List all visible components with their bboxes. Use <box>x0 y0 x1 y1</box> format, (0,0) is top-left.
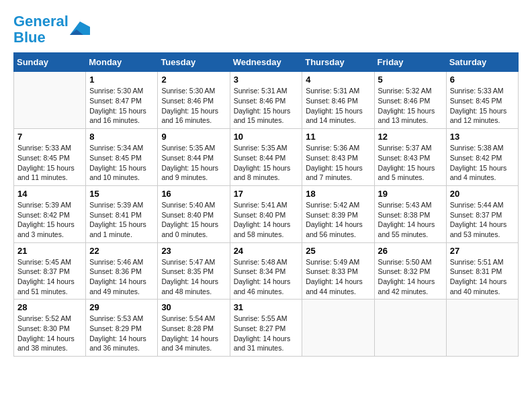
header-row: SundayMondayTuesdayWednesdayThursdayFrid… <box>14 53 519 72</box>
day-info: Sunrise: 5:46 AMSunset: 8:36 PMDaylight:… <box>89 257 154 297</box>
day-number: 30 <box>161 302 226 312</box>
day-number: 9 <box>161 132 226 142</box>
day-info: Sunrise: 5:33 AMSunset: 8:45 PMDaylight:… <box>17 143 82 183</box>
day-info: Sunrise: 5:32 AMSunset: 8:46 PMDaylight:… <box>378 86 443 126</box>
calendar-cell: 17Sunrise: 5:41 AMSunset: 8:40 PMDayligh… <box>230 185 302 242</box>
week-row-5: 28Sunrise: 5:52 AMSunset: 8:30 PMDayligh… <box>14 300 519 357</box>
logo-text: General Blue <box>13 13 69 46</box>
calendar-table: SundayMondayTuesdayWednesdayThursdayFrid… <box>13 52 519 357</box>
day-info: Sunrise: 5:38 AMSunset: 8:42 PMDaylight:… <box>450 143 515 183</box>
calendar-cell: 22Sunrise: 5:46 AMSunset: 8:36 PMDayligh… <box>86 242 158 300</box>
day-number: 27 <box>450 246 515 256</box>
calendar-cell: 15Sunrise: 5:39 AMSunset: 8:41 PMDayligh… <box>86 185 158 242</box>
day-number: 23 <box>161 246 226 256</box>
day-info: Sunrise: 5:51 AMSunset: 8:31 PMDaylight:… <box>450 257 515 297</box>
day-info: Sunrise: 5:49 AMSunset: 8:33 PMDaylight:… <box>306 257 370 297</box>
calendar-cell: 16Sunrise: 5:40 AMSunset: 8:40 PMDayligh… <box>158 185 230 242</box>
calendar-cell: 10Sunrise: 5:35 AMSunset: 8:44 PMDayligh… <box>230 129 302 186</box>
day-info: Sunrise: 5:30 AMSunset: 8:46 PMDaylight:… <box>161 86 226 126</box>
calendar-cell <box>14 72 86 129</box>
day-number: 19 <box>378 189 443 199</box>
day-number: 25 <box>306 246 370 256</box>
week-row-4: 21Sunrise: 5:45 AMSunset: 8:37 PMDayligh… <box>14 242 519 300</box>
day-number: 1 <box>89 75 154 85</box>
header-cell-friday: Friday <box>374 53 446 72</box>
day-number: 24 <box>234 246 299 256</box>
day-info: Sunrise: 5:33 AMSunset: 8:45 PMDaylight:… <box>450 86 515 126</box>
day-number: 3 <box>234 75 299 85</box>
day-info: Sunrise: 5:34 AMSunset: 8:45 PMDaylight:… <box>89 143 154 183</box>
day-number: 18 <box>306 189 370 199</box>
calendar-cell: 3Sunrise: 5:31 AMSunset: 8:46 PMDaylight… <box>230 72 302 129</box>
logo-icon <box>70 21 90 38</box>
header-cell-wednesday: Wednesday <box>230 53 302 72</box>
day-number: 11 <box>306 132 370 142</box>
header-cell-saturday: Saturday <box>446 53 518 72</box>
calendar-cell: 29Sunrise: 5:53 AMSunset: 8:29 PMDayligh… <box>86 300 158 357</box>
calendar-cell: 4Sunrise: 5:31 AMSunset: 8:46 PMDaylight… <box>302 72 374 129</box>
calendar-cell <box>446 300 518 357</box>
calendar-cell: 1Sunrise: 5:30 AMSunset: 8:47 PMDaylight… <box>86 72 158 129</box>
day-number: 10 <box>234 132 299 142</box>
day-number: 13 <box>450 132 515 142</box>
day-number: 22 <box>89 246 154 256</box>
week-row-3: 14Sunrise: 5:39 AMSunset: 8:42 PMDayligh… <box>14 185 519 242</box>
calendar-cell: 7Sunrise: 5:33 AMSunset: 8:45 PMDaylight… <box>14 129 86 186</box>
day-info: Sunrise: 5:31 AMSunset: 8:46 PMDaylight:… <box>306 86 370 126</box>
day-info: Sunrise: 5:36 AMSunset: 8:43 PMDaylight:… <box>306 143 370 183</box>
day-number: 15 <box>89 189 154 199</box>
calendar-cell: 18Sunrise: 5:42 AMSunset: 8:39 PMDayligh… <box>302 185 374 242</box>
day-number: 4 <box>306 75 370 85</box>
header-cell-thursday: Thursday <box>302 53 374 72</box>
day-info: Sunrise: 5:35 AMSunset: 8:44 PMDaylight:… <box>234 143 299 183</box>
day-info: Sunrise: 5:55 AMSunset: 8:27 PMDaylight:… <box>234 314 299 353</box>
calendar-cell: 13Sunrise: 5:38 AMSunset: 8:42 PMDayligh… <box>446 129 518 186</box>
day-number: 28 <box>17 302 82 312</box>
calendar-cell <box>374 300 446 357</box>
day-info: Sunrise: 5:45 AMSunset: 8:37 PMDaylight:… <box>17 257 82 297</box>
day-number: 6 <box>450 75 515 85</box>
calendar-cell: 31Sunrise: 5:55 AMSunset: 8:27 PMDayligh… <box>230 300 302 357</box>
day-number: 29 <box>89 302 154 312</box>
calendar-cell: 28Sunrise: 5:52 AMSunset: 8:30 PMDayligh… <box>14 300 86 357</box>
calendar-cell: 20Sunrise: 5:44 AMSunset: 8:37 PMDayligh… <box>446 185 518 242</box>
calendar-cell: 27Sunrise: 5:51 AMSunset: 8:31 PMDayligh… <box>446 242 518 300</box>
day-info: Sunrise: 5:52 AMSunset: 8:30 PMDaylight:… <box>17 314 82 353</box>
day-number: 8 <box>89 132 154 142</box>
calendar-cell: 11Sunrise: 5:36 AMSunset: 8:43 PMDayligh… <box>302 129 374 186</box>
calendar-cell: 23Sunrise: 5:47 AMSunset: 8:35 PMDayligh… <box>158 242 230 300</box>
day-number: 16 <box>161 189 226 199</box>
calendar-cell: 9Sunrise: 5:35 AMSunset: 8:44 PMDaylight… <box>158 129 230 186</box>
calendar-cell: 26Sunrise: 5:50 AMSunset: 8:32 PMDayligh… <box>374 242 446 300</box>
day-info: Sunrise: 5:44 AMSunset: 8:37 PMDaylight:… <box>450 200 515 240</box>
day-number: 14 <box>17 189 82 199</box>
calendar-cell: 24Sunrise: 5:48 AMSunset: 8:34 PMDayligh… <box>230 242 302 300</box>
day-info: Sunrise: 5:53 AMSunset: 8:29 PMDaylight:… <box>89 314 154 353</box>
day-number: 26 <box>378 246 443 256</box>
calendar-cell: 30Sunrise: 5:54 AMSunset: 8:28 PMDayligh… <box>158 300 230 357</box>
calendar-cell: 2Sunrise: 5:30 AMSunset: 8:46 PMDaylight… <box>158 72 230 129</box>
day-info: Sunrise: 5:50 AMSunset: 8:32 PMDaylight:… <box>378 257 443 297</box>
calendar-cell: 25Sunrise: 5:49 AMSunset: 8:33 PMDayligh… <box>302 242 374 300</box>
calendar-cell: 21Sunrise: 5:45 AMSunset: 8:37 PMDayligh… <box>14 242 86 300</box>
calendar-cell: 14Sunrise: 5:39 AMSunset: 8:42 PMDayligh… <box>14 185 86 242</box>
header-cell-monday: Monday <box>86 53 158 72</box>
day-info: Sunrise: 5:42 AMSunset: 8:39 PMDaylight:… <box>306 200 370 240</box>
day-info: Sunrise: 5:35 AMSunset: 8:44 PMDaylight:… <box>161 143 226 183</box>
day-number: 2 <box>161 75 226 85</box>
day-number: 7 <box>17 132 82 142</box>
calendar-cell <box>302 300 374 357</box>
day-info: Sunrise: 5:37 AMSunset: 8:43 PMDaylight:… <box>378 143 443 183</box>
day-info: Sunrise: 5:39 AMSunset: 8:41 PMDaylight:… <box>89 200 154 240</box>
day-info: Sunrise: 5:54 AMSunset: 8:28 PMDaylight:… <box>161 314 226 353</box>
day-number: 31 <box>234 302 299 312</box>
calendar-cell: 6Sunrise: 5:33 AMSunset: 8:45 PMDaylight… <box>446 72 518 129</box>
calendar-cell: 5Sunrise: 5:32 AMSunset: 8:46 PMDaylight… <box>374 72 446 129</box>
page-header: General Blue <box>13 13 519 46</box>
day-number: 20 <box>450 189 515 199</box>
calendar-cell: 19Sunrise: 5:43 AMSunset: 8:38 PMDayligh… <box>374 185 446 242</box>
day-number: 5 <box>378 75 443 85</box>
day-number: 17 <box>234 189 299 199</box>
week-row-1: 1Sunrise: 5:30 AMSunset: 8:47 PMDaylight… <box>14 72 519 129</box>
day-info: Sunrise: 5:41 AMSunset: 8:40 PMDaylight:… <box>234 200 299 240</box>
